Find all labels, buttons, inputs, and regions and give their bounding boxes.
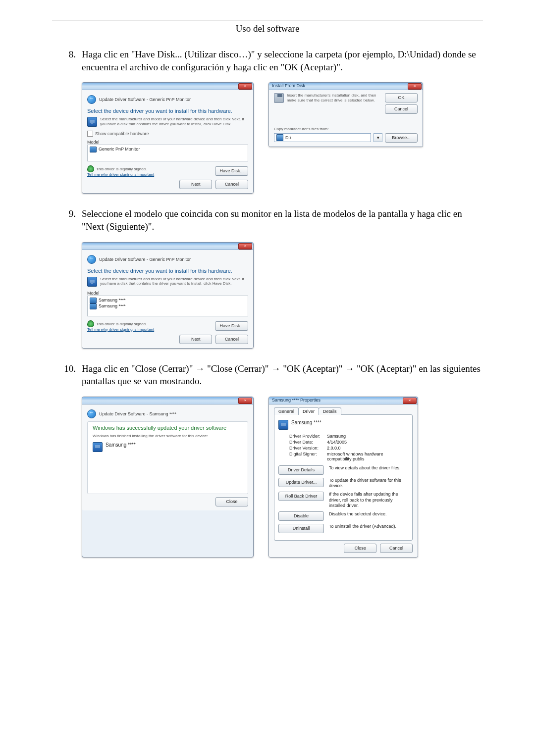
- show-compat-label: Show compatible hardware: [95, 131, 149, 136]
- svg-rect-1: [91, 123, 93, 124]
- checkbox-icon[interactable]: [87, 131, 93, 137]
- step-text: Haga clic en "Have Disk... (Utilizar dis…: [82, 48, 483, 73]
- figures-step8: × Update Driver Software - Generic PnP M…: [82, 82, 483, 194]
- monitor-icon: [90, 147, 97, 152]
- titlebar: ×: [82, 83, 253, 90]
- version-label: Driver Version:: [289, 446, 327, 451]
- svg-rect-0: [90, 120, 95, 123]
- step-8: 8. Haga clic en "Have Disk... (Utilizar …: [52, 48, 483, 73]
- dialog-heading: Select the device driver you want to ins…: [87, 108, 248, 114]
- cancel-button[interactable]: Cancel: [215, 180, 248, 189]
- breadcrumb-text: Update Driver Software - Generic PnP Mon…: [99, 257, 191, 262]
- monitor-icon: [90, 298, 97, 303]
- device-name: Samsung ****: [291, 420, 321, 425]
- have-disk-button[interactable]: Have Disk...: [215, 321, 248, 331]
- back-icon[interactable]: [87, 255, 96, 264]
- ok-button[interactable]: OK: [385, 93, 418, 102]
- close-button[interactable]: Close: [215, 497, 248, 506]
- header-rule: [52, 20, 483, 20]
- svg-rect-2: [90, 280, 95, 283]
- driver-details-button[interactable]: Driver Details: [278, 465, 324, 475]
- helper-text: Select the manufacturer and model of you…: [100, 117, 248, 126]
- uninstall-button[interactable]: Uninstall: [278, 524, 324, 533]
- driver-details-desc: To view details about the driver files.: [329, 465, 408, 471]
- dialog-select-driver: × Update Driver Software - Generic PnP M…: [82, 82, 254, 194]
- back-icon[interactable]: [87, 409, 96, 418]
- dialog-properties: Samsung **** Properties × General Driver…: [268, 397, 418, 557]
- signer-label: Digital Signer:: [289, 452, 327, 461]
- page: Uso del software 8. Haga clic en "Have D…: [0, 0, 535, 756]
- figures-step9: × Update Driver Software - Generic PnP M…: [82, 242, 483, 349]
- rollback-driver-desc: If the device fails after updating the d…: [329, 492, 408, 508]
- cancel-button[interactable]: Cancel: [215, 335, 248, 344]
- model-list[interactable]: Generic PnP Monitor: [87, 145, 248, 161]
- next-button[interactable]: Next: [179, 335, 212, 344]
- provider-value: Samsung: [327, 434, 408, 439]
- close-icon[interactable]: ×: [403, 398, 417, 404]
- tab-details[interactable]: Details: [319, 407, 341, 415]
- success-heading: Windows has successfully updated your dr…: [93, 425, 243, 431]
- version-value: 2.0.0.0: [327, 446, 408, 451]
- install-disk-text: Insert the manufacturer's installation d…: [287, 93, 381, 114]
- path-input[interactable]: D:\: [274, 133, 371, 142]
- svg-rect-4: [95, 445, 100, 448]
- folder-icon: [276, 134, 283, 141]
- titlebar: Samsung **** Properties ×: [269, 397, 418, 404]
- page-title: Uso del software: [52, 23, 483, 34]
- breadcrumb-text: Update Driver Software - Generic PnP Mon…: [99, 97, 191, 102]
- breadcrumb: Update Driver Software - Generic PnP Mon…: [87, 93, 248, 107]
- model-label: Model: [87, 291, 248, 296]
- model-item-1: Samsung ****: [99, 298, 126, 302]
- why-signing-link[interactable]: Tell me why driver signing is important: [87, 327, 154, 332]
- monitor-icon: [278, 420, 288, 430]
- model-label: Model: [87, 140, 248, 145]
- titlebar: Install From Disk ×: [269, 83, 423, 90]
- close-icon[interactable]: ×: [238, 243, 252, 250]
- device-name: Samsung ****: [106, 442, 136, 448]
- rollback-driver-button[interactable]: Roll Back Driver: [278, 492, 324, 501]
- shield-icon: [87, 320, 94, 327]
- success-sub: Windows has finished installing the driv…: [93, 434, 243, 439]
- step-number: 8.: [52, 48, 82, 61]
- cancel-button[interactable]: Cancel: [385, 104, 418, 114]
- have-disk-button[interactable]: Have Disk...: [215, 166, 248, 176]
- why-signing-link[interactable]: Tell me why driver signing is important: [87, 172, 154, 177]
- dialog-select-driver-model: × Update Driver Software - Generic PnP M…: [82, 242, 254, 349]
- back-icon[interactable]: [87, 95, 96, 104]
- tab-driver[interactable]: Driver: [298, 407, 319, 415]
- model-list[interactable]: Samsung **** Samsung ****: [87, 296, 248, 316]
- svg-rect-3: [91, 283, 93, 284]
- step-text: Seleccione el modelo que coincida con su…: [82, 207, 483, 233]
- step-number: 10.: [52, 362, 82, 375]
- disable-desc: Disables the selected device.: [329, 511, 408, 517]
- date-value: 4/14/2005: [327, 440, 408, 445]
- uninstall-desc: To uninstall the driver (Advanced).: [329, 524, 408, 529]
- step-number: 9.: [52, 207, 82, 220]
- signer-value: microsoft windows hardware compatibility…: [327, 452, 408, 461]
- shield-icon: [87, 165, 94, 172]
- cancel-button[interactable]: Cancel: [380, 544, 413, 553]
- close-icon[interactable]: ×: [238, 83, 252, 90]
- floppy-icon: [274, 93, 284, 103]
- dialog-title: Install From Disk: [272, 83, 305, 88]
- close-icon[interactable]: ×: [408, 83, 422, 90]
- signed-text: This driver is digitally signed.: [96, 321, 147, 326]
- browse-button[interactable]: Browse...: [385, 133, 418, 143]
- next-button[interactable]: Next: [179, 180, 212, 189]
- monitor-icon: [93, 442, 103, 452]
- update-driver-button[interactable]: Update Driver...: [278, 478, 324, 487]
- disable-button[interactable]: Disable: [278, 511, 324, 521]
- device-icon: [87, 277, 97, 287]
- signed-text: This driver is digitally signed.: [96, 167, 147, 171]
- dialog-heading: Select the device driver you want to ins…: [87, 268, 248, 274]
- chevron-down-icon[interactable]: ▾: [374, 133, 382, 142]
- close-icon[interactable]: ×: [238, 398, 252, 404]
- breadcrumb-text: Update Driver Software - Samsung ****: [99, 411, 176, 416]
- svg-rect-5: [281, 423, 286, 426]
- close-button[interactable]: Close: [344, 544, 376, 553]
- device-icon: [87, 117, 97, 127]
- step-9: 9. Seleccione el modelo que coincida con…: [52, 207, 483, 233]
- helper-text: Select the manufacturer and model of you…: [100, 277, 248, 286]
- breadcrumb: Update Driver Software - Samsung ****: [87, 407, 248, 421]
- tab-general[interactable]: General: [274, 407, 299, 415]
